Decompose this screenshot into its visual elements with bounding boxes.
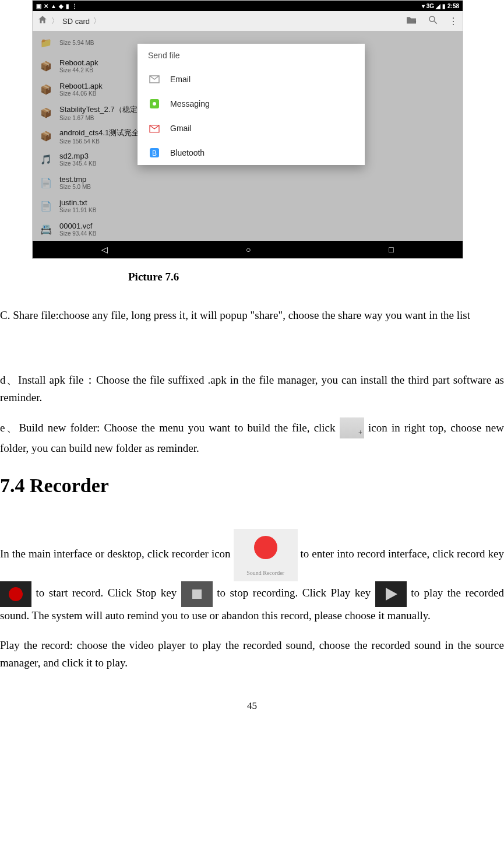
play-key-icon xyxy=(375,581,407,607)
svg-text:B: B xyxy=(152,149,157,157)
rec-text-1: In the main interface or desktop, click … xyxy=(0,547,234,560)
recent-icon[interactable]: □ xyxy=(389,245,393,254)
share-option[interactable]: BBluetooth xyxy=(138,141,365,165)
paragraph-e-text-1: e、Build new folder: Choose the menu you … xyxy=(0,422,340,434)
recorder-paragraph: In the main interface or desktop, click … xyxy=(0,529,504,624)
dialog-title: Send file xyxy=(138,44,365,67)
figure-caption: Picture 7.6 xyxy=(128,271,504,283)
back-icon[interactable]: ◁ xyxy=(101,245,108,254)
clock-label: 2:58 xyxy=(447,3,459,9)
sound-recorder-app-icon: Sound Recorder xyxy=(234,529,298,581)
rec-text-2: to enter into record interface, xyxy=(301,547,433,560)
new-folder-icon[interactable]: + xyxy=(406,15,417,27)
paragraph-d: d、Install apk file：Choose the file suffi… xyxy=(0,371,504,406)
wifi-icon: ▾ xyxy=(422,3,425,9)
share-app-icon xyxy=(148,97,161,110)
svg-text:+: + xyxy=(414,19,417,24)
paragraph-c: C. Share file:choose any file, long pres… xyxy=(0,307,504,324)
svg-point-1 xyxy=(429,16,435,22)
home-nav-icon[interactable]: ○ xyxy=(246,245,251,254)
android-screenshot: ▣ ✕ ▲ ◆ ▮ ⋮ ▾ 3G ◢ ▮ 2:58 〉 SD card 〉 xyxy=(32,0,463,259)
share-app-icon xyxy=(148,73,161,86)
search-icon[interactable] xyxy=(428,15,438,27)
svg-line-2 xyxy=(434,21,437,24)
stop-key-icon xyxy=(181,581,213,607)
share-app-icon xyxy=(148,122,161,135)
rec-text-3: click record key xyxy=(432,547,504,560)
notification-icon: ▲ xyxy=(51,3,57,9)
notification-icon: ▮ xyxy=(66,3,69,9)
chevron-right-icon: 〉 xyxy=(93,16,101,26)
notification-icon: ▣ xyxy=(36,3,41,9)
share-app-label: Email xyxy=(170,75,191,84)
notification-icon: ◆ xyxy=(59,3,64,9)
signal-icon: ◢ xyxy=(436,3,440,9)
navigation-bar: ◁ ○ □ xyxy=(33,241,463,258)
breadcrumb-bar: 〉 SD card 〉 + ⋮ xyxy=(33,11,463,31)
share-option[interactable]: Email xyxy=(138,67,365,92)
new-folder-inline-icon xyxy=(340,417,364,438)
battery-icon: ▮ xyxy=(442,3,446,9)
breadcrumb-item[interactable]: SD card xyxy=(62,17,90,26)
section-heading: 7.4 Recorder xyxy=(0,475,504,497)
paragraph-e: e、Build new folder: Choose the menu you … xyxy=(0,419,504,457)
share-option[interactable]: Messaging xyxy=(138,92,365,116)
chevron-right-icon: 〉 xyxy=(51,16,59,26)
rec-text-4: to start record. Click Stop key xyxy=(36,587,181,599)
share-app-label: Messaging xyxy=(170,99,210,108)
share-option[interactable]: Gmail xyxy=(138,116,365,141)
share-app-icon: B xyxy=(148,146,161,159)
notification-icon: ✕ xyxy=(44,3,48,9)
page-number: 45 xyxy=(0,700,504,712)
home-icon[interactable] xyxy=(37,15,48,28)
rec-text-5: to stop recording. Click Play key xyxy=(217,587,375,599)
file-list: 📁Size 5.94 MB📦Reboot.apkSize 44.2 KB📦Reb… xyxy=(33,31,463,241)
send-file-dialog: Send file EmailMessagingGmailBBluetooth xyxy=(138,44,365,165)
recorder-paragraph-2: Play the record: choose the video player… xyxy=(0,637,504,671)
network-label: 3G xyxy=(427,3,434,9)
share-app-label: Bluetooth xyxy=(170,148,205,157)
svg-point-5 xyxy=(153,102,156,106)
record-key-icon xyxy=(0,581,31,607)
notification-icon: ⋮ xyxy=(72,3,77,9)
overflow-menu-icon[interactable]: ⋮ xyxy=(449,16,458,27)
status-bar: ▣ ✕ ▲ ◆ ▮ ⋮ ▾ 3G ◢ ▮ 2:58 xyxy=(33,1,463,11)
share-app-label: Gmail xyxy=(170,124,192,133)
